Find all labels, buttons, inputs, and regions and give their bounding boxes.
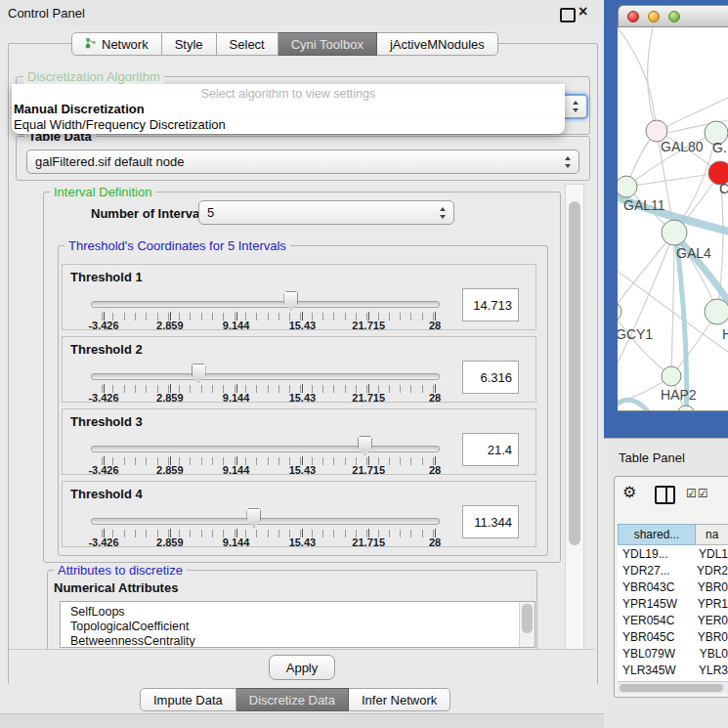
- apply-row: Apply: [9, 649, 595, 685]
- panel-scrollbar[interactable]: [565, 184, 584, 682]
- threshold-value-field[interactable]: 21.4: [462, 433, 519, 466]
- table-data-combo-value: galFiltered.sif default node: [35, 154, 184, 169]
- table-hscrollbar-thumb[interactable]: [620, 684, 723, 692]
- spinner-arrows-icon: [573, 101, 579, 112]
- minimize-traffic-light-icon[interactable]: [648, 11, 660, 22]
- threshold-slider-track[interactable]: [91, 373, 440, 380]
- threshold-panel-3: Threshold 3-3.4262.8599.14415.4321.71528…: [62, 408, 536, 475]
- dropdown-hint: Select algorithm to view settings: [12, 87, 565, 101]
- threshold-slider-track[interactable]: [91, 446, 440, 452]
- tab-jactivemnodules[interactable]: jActiveMNodules: [377, 32, 498, 56]
- network-edge[interactable]: [671, 233, 674, 376]
- table-row[interactable]: YDL19...YDL1: [618, 545, 728, 562]
- table-cell-shared-name[interactable]: YDL19...: [618, 547, 693, 561]
- attribute-item[interactable]: BetweennessCentrality: [70, 634, 195, 648]
- number-of-intervals-label: Number of Intervals: [91, 206, 210, 221]
- attribute-item[interactable]: SelfLoops: [70, 605, 125, 619]
- gear-icon[interactable]: ⚙: [622, 483, 636, 501]
- attribute-item[interactable]: TopologicalCoefficient: [70, 620, 189, 633]
- table-cell-shared-name[interactable]: YDR27...: [618, 564, 691, 578]
- network-node[interactable]: [677, 406, 695, 410]
- table-header-shared-name[interactable]: shared...: [618, 524, 696, 545]
- tick-label: -3.426: [76, 392, 131, 404]
- tab-style[interactable]: Style: [162, 32, 217, 56]
- table-row[interactable]: YER054CYER0: [618, 612, 728, 628]
- table-row[interactable]: YPR145WYPR1: [618, 595, 728, 612]
- network-edge-thick[interactable]: [618, 400, 647, 410]
- apply-button[interactable]: Apply: [269, 655, 335, 680]
- table-data-combo[interactable]: galFiltered.sif default node: [26, 150, 579, 174]
- dropdown-item-2[interactable]: Equal Width/Frequency Discretization: [14, 117, 226, 132]
- network-node-H[interactable]: [705, 299, 728, 324]
- table-data-group: Table Data galFiltered.sif default node: [16, 136, 590, 181]
- table-header-name[interactable]: na: [696, 524, 728, 545]
- spinner-arrows-icon: [440, 207, 447, 219]
- tick-label: 28: [407, 464, 462, 476]
- network-edge-thick[interactable]: [676, 238, 687, 410]
- table-row[interactable]: YBR043CYBR0: [618, 578, 728, 595]
- network-edge[interactable]: [618, 312, 671, 376]
- threshold-slider-thumb[interactable]: [246, 508, 261, 528]
- table-cell-shared-name[interactable]: YBR045C: [618, 630, 692, 644]
- number-of-intervals-value: 5: [207, 205, 214, 220]
- network-node-label: GAL11: [623, 197, 665, 213]
- table-row[interactable]: YLR345WYLR3: [618, 662, 728, 678]
- tick-label: 9.144: [209, 392, 264, 404]
- table-row[interactable]: YBL079WYBL0: [618, 645, 728, 662]
- table-cell-name[interactable]: YER0: [692, 614, 728, 627]
- table-cell-name[interactable]: YDL1: [693, 547, 728, 561]
- threshold-value-field[interactable]: 11.344: [462, 505, 519, 538]
- float-window-icon[interactable]: [560, 8, 576, 22]
- tab-infer-network[interactable]: Infer Network: [349, 688, 450, 711]
- tick-label: 2.859: [143, 392, 197, 404]
- table-cell-shared-name[interactable]: YER054C: [618, 614, 692, 627]
- numerical-attributes-list[interactable]: SelfLoopsTopologicalCoefficientBetweenne…: [60, 601, 535, 648]
- table-cell-name[interactable]: YBL0: [694, 647, 728, 661]
- threshold-slider-thumb[interactable]: [358, 436, 372, 455]
- network-window-titlebar[interactable]: [618, 5, 728, 27]
- panel-scrollbar-thumb[interactable]: [569, 201, 580, 545]
- table-cell-name[interactable]: YLR3: [693, 664, 728, 677]
- table-row[interactable]: YDR27...YDR2: [618, 562, 728, 578]
- threshold-value-field[interactable]: 14.713: [462, 288, 519, 321]
- zoom-traffic-light-icon[interactable]: [668, 11, 680, 22]
- network-edge[interactable]: [618, 27, 657, 131]
- table-rows: YDL19...YDL1YDR27...YDR2YBR043CYBR0YPR14…: [618, 545, 728, 681]
- network-node-GCY1[interactable]: [618, 302, 621, 321]
- table-hscrollbar[interactable]: [618, 681, 728, 694]
- tab-discretize-data[interactable]: Discretize Data: [236, 688, 349, 711]
- close-icon[interactable]: ×: [578, 3, 587, 21]
- network-canvas[interactable]: GAL80G.CGAL11GAL4GCY1HHAP2: [618, 27, 728, 411]
- table-cell-name[interactable]: YPR1: [692, 597, 728, 611]
- table-cell-name[interactable]: YDR2: [691, 564, 728, 578]
- table-row[interactable]: YBR045CYBR0: [618, 628, 728, 645]
- threshold-slider-track[interactable]: [91, 301, 440, 308]
- table-cell-shared-name[interactable]: YPR145W: [618, 597, 692, 611]
- threshold-slider-track[interactable]: [91, 518, 440, 525]
- tab-network[interactable]: Network: [71, 32, 162, 56]
- tab-cyni-toolbox[interactable]: Cyni Toolbox: [278, 32, 377, 56]
- threshold-slider-thumb[interactable]: [283, 291, 298, 311]
- tab-impute-data[interactable]: Impute Data: [140, 688, 236, 711]
- network-edge[interactable]: [647, 27, 657, 131]
- close-traffic-light-icon[interactable]: [627, 11, 639, 22]
- select-columns-icon[interactable]: ☑☑: [686, 487, 709, 500]
- network-node-GAL4[interactable]: [662, 220, 687, 245]
- list-scrollbar[interactable]: [519, 602, 535, 647]
- table-cell-shared-name[interactable]: YBL079W: [618, 647, 694, 661]
- table-cell-shared-name[interactable]: YLR345W: [618, 664, 693, 677]
- list-scrollbar-thumb[interactable]: [522, 604, 533, 633]
- number-of-intervals-combo[interactable]: 5: [198, 200, 454, 225]
- threshold-value-field[interactable]: 6.316: [462, 361, 519, 394]
- network-edge[interactable]: [626, 173, 720, 187]
- table-cell-name[interactable]: YBR0: [692, 580, 728, 594]
- table-cell-shared-name[interactable]: YBR043C: [618, 580, 692, 594]
- network-node-HAP2[interactable]: [662, 366, 681, 386]
- network-node-GAL11[interactable]: [618, 176, 637, 197]
- split-columns-icon[interactable]: [655, 486, 675, 504]
- dropdown-item-1[interactable]: Manual Discretization: [14, 102, 145, 116]
- threshold-slider-thumb[interactable]: [192, 364, 206, 383]
- tab-label: Network: [102, 37, 149, 52]
- tab-select[interactable]: Select: [217, 32, 278, 56]
- table-cell-name[interactable]: YBR0: [692, 630, 728, 644]
